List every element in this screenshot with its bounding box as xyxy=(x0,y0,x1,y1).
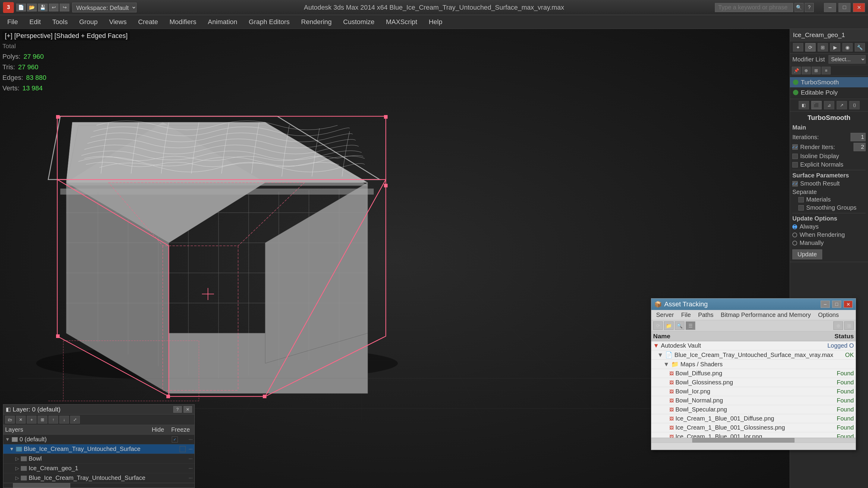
always-radio[interactable] xyxy=(792,224,797,229)
blue-ice-visibility[interactable] xyxy=(180,446,186,452)
menu-file[interactable]: File xyxy=(2,16,23,28)
undo-btn[interactable]: ↩ xyxy=(49,4,59,11)
at-row-bowl-normal[interactable]: 🖼 Bowl_Normal.png Found xyxy=(651,396,856,405)
panel-nav-motion[interactable]: ▶ xyxy=(830,43,840,52)
smoothing-groups-checkbox[interactable] xyxy=(798,205,804,210)
at-menu-file[interactable]: File xyxy=(678,311,694,319)
at-minimize-btn[interactable]: – xyxy=(821,301,830,308)
minimize-button[interactable]: – xyxy=(824,3,836,12)
at-tool-folder[interactable]: 📁 xyxy=(664,321,674,330)
help-icon[interactable]: ? xyxy=(805,3,814,12)
skin-icon[interactable]: ⊿ xyxy=(824,101,834,109)
render-iters-input[interactable] xyxy=(854,143,866,151)
at-scrollbar-thumb[interactable] xyxy=(692,438,795,443)
redo-btn[interactable]: ↪ xyxy=(60,4,69,11)
menu-rendering[interactable]: Rendering xyxy=(296,16,337,28)
modifier-list-dropdown[interactable]: Select... xyxy=(829,55,866,64)
at-menu-options[interactable]: Options xyxy=(814,311,842,319)
menu-animation[interactable]: Animation xyxy=(202,16,243,28)
save-btn[interactable]: 💾 xyxy=(38,4,48,11)
at-menu-paths[interactable]: Paths xyxy=(694,311,717,319)
maximize-button[interactable]: □ xyxy=(838,3,850,12)
at-maximize-btn[interactable]: □ xyxy=(832,301,841,308)
at-content[interactable]: ▼ Autodesk Vault Logged O ▼ 📄 Blue_Ice_C… xyxy=(651,341,856,438)
new-btn[interactable]: 📄 xyxy=(16,4,26,11)
menu-tools[interactable]: Tools xyxy=(47,16,73,28)
materials-checkbox[interactable] xyxy=(798,197,804,202)
explicit-normals-checkbox[interactable] xyxy=(792,162,798,167)
layers-tool-add[interactable]: + xyxy=(27,416,36,424)
lock-btn[interactable]: ⊕ xyxy=(802,67,811,74)
manually-radio[interactable] xyxy=(792,241,797,246)
configure-btn[interactable]: ≡ xyxy=(822,67,831,74)
when-rendering-radio[interactable] xyxy=(792,233,797,237)
layers-tool-link[interactable]: ⤢ xyxy=(70,416,80,424)
open-btn[interactable]: 📂 xyxy=(27,4,37,11)
general-icon[interactable]: ⟨⟩ xyxy=(849,101,860,109)
layer-row-blue-tray-sub[interactable]: ▷ Blue_Ice_Cream_Tray_Untouched_Surface … xyxy=(3,473,194,483)
layer-row-icecream-geo[interactable]: ▷ Ice_Cream_geo_1 ··· xyxy=(3,464,194,473)
menu-views[interactable]: Views xyxy=(104,16,132,28)
at-tool-action1[interactable]: ⊕ xyxy=(833,321,843,330)
panel-nav-display[interactable]: ◉ xyxy=(842,43,852,52)
at-horizontal-scrollbar[interactable] xyxy=(651,438,856,443)
at-menu-server[interactable]: Server xyxy=(652,311,678,319)
menu-customize[interactable]: Customize xyxy=(338,16,380,28)
at-row-ic-ior[interactable]: 🖼 Ice_Cream_1_Blue_001_Ior.png Found xyxy=(651,432,856,438)
search-icon[interactable]: 🔍 xyxy=(795,3,804,12)
panel-nav-hierarchy[interactable]: ⊞ xyxy=(818,43,828,52)
iterations-input[interactable] xyxy=(850,133,866,141)
layers-close-btn[interactable]: ✕ xyxy=(184,406,192,413)
menu-graph-editors[interactable]: Graph Editors xyxy=(243,16,295,28)
show-all-btn[interactable]: ⊞ xyxy=(812,67,821,74)
at-row-main-file[interactable]: ▼ 📄 Blue_Ice_Cream_Tray_Untouched_Surfac… xyxy=(651,350,856,360)
layer-row-default[interactable]: ▼ 0 (default) ✓ ··· xyxy=(3,435,194,444)
smooth-result-checkbox[interactable]: ✓ xyxy=(792,181,798,187)
layers-tool-move-down[interactable]: ↓ xyxy=(59,416,69,424)
at-row-bowl-specular[interactable]: 🖼 Bowl_Specular.png Found xyxy=(651,405,856,414)
layer-row-blue-icecream[interactable]: ▼ Blue_Ice_Cream_Tray_Untouched_Surface … xyxy=(3,444,194,454)
menu-create[interactable]: Create xyxy=(133,16,163,28)
panel-nav-create[interactable]: ✦ xyxy=(793,43,803,52)
layers-scrollbar-thumb[interactable] xyxy=(13,483,70,488)
params-icon[interactable]: ◧ xyxy=(799,101,809,109)
menu-maxscript[interactable]: MAXScript xyxy=(381,16,423,28)
update-button[interactable]: Update xyxy=(792,250,822,259)
at-tool-list[interactable]: ☰ xyxy=(686,321,695,330)
at-close-btn[interactable]: ✕ xyxy=(844,301,852,308)
layers-content[interactable]: ▼ 0 (default) ✓ ··· ▼ Blue_Ice_Cream_Tra… xyxy=(3,435,194,483)
at-row-bowl-diffuse[interactable]: 🖼 Bowl_Diffuse.png Found xyxy=(651,369,856,378)
menu-group[interactable]: Group xyxy=(74,16,103,28)
layer-0-hide[interactable]: ✓ xyxy=(172,436,178,443)
at-row-bowl-ior[interactable]: 🖼 Bowl_Ior.png Found xyxy=(651,387,856,396)
panel-nav-modify[interactable]: ⟳ xyxy=(805,43,815,52)
layers-tool-select-objs[interactable]: ⊞ xyxy=(38,416,47,424)
layers-help-btn[interactable]: ? xyxy=(173,406,182,413)
render-iters-checkbox[interactable]: ✓ xyxy=(792,144,798,150)
turbosmooth-enabled[interactable] xyxy=(793,79,798,85)
layers-tool-file[interactable]: 🗁 xyxy=(5,416,15,424)
layers-tool-delete[interactable]: ✕ xyxy=(16,416,26,424)
close-button[interactable]: ✕ xyxy=(853,3,865,12)
modify-icon[interactable]: ⬛ xyxy=(811,101,822,109)
menu-help[interactable]: Help xyxy=(423,16,447,28)
at-tool-refresh[interactable]: ⟳ xyxy=(653,321,663,330)
layer-row-bowl[interactable]: ▷ Bowl ··· xyxy=(3,454,194,464)
at-row-vault[interactable]: ▼ Autodesk Vault Logged O xyxy=(651,341,856,350)
at-row-maps-folder[interactable]: ▼ 📁 Maps / Shaders xyxy=(651,360,856,369)
modifier-editable-poly[interactable]: Editable Poly xyxy=(790,87,868,98)
menu-modifiers[interactable]: Modifiers xyxy=(164,16,202,28)
at-tool-zoom[interactable]: 🔍 xyxy=(675,321,684,330)
isoline-checkbox[interactable] xyxy=(792,154,798,159)
workspace-selector[interactable]: Workspace: Default xyxy=(72,3,136,12)
at-row-ic-diffuse[interactable]: 🖼 Ice_Cream_1_Blue_001_Diffuse.png Found xyxy=(651,414,856,423)
pin-stack-btn[interactable]: 📌 xyxy=(792,67,801,74)
layers-tool-move-up[interactable]: ↑ xyxy=(49,416,58,424)
at-menu-bitmap-perf[interactable]: Bitmap Performance and Memory xyxy=(717,311,814,319)
at-row-ic-glossiness[interactable]: 🖼 Ice_Cream_1_Blue_001_Glossiness.png Fo… xyxy=(651,423,856,432)
editablepoly-enabled[interactable] xyxy=(793,90,798,95)
at-row-bowl-glossiness[interactable]: 🖼 Bowl_Glossiness.png Found xyxy=(651,378,856,387)
panel-nav-utilities[interactable]: 🔧 xyxy=(855,43,865,52)
menu-edit[interactable]: Edit xyxy=(24,16,46,28)
search-input[interactable] xyxy=(715,3,793,12)
